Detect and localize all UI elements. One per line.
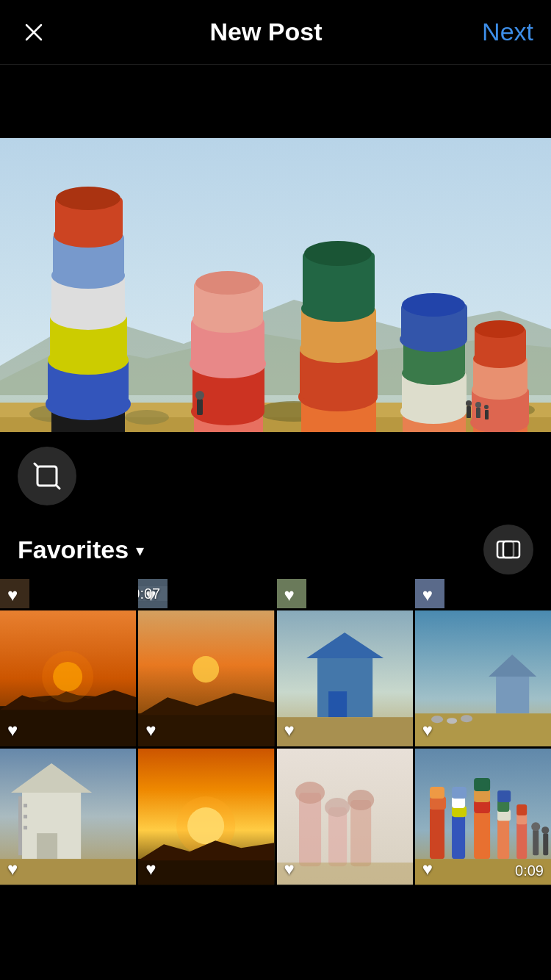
svg-point-101	[461, 715, 472, 722]
svg-point-100	[447, 718, 457, 724]
svg-point-89	[192, 656, 219, 682]
svg-point-68	[484, 405, 489, 409]
duration-badge: 0:07	[138, 586, 160, 602]
svg-rect-128	[452, 815, 465, 859]
grid-item[interactable]: ♥	[277, 749, 413, 884]
header: New Post Next	[0, 0, 551, 65]
svg-rect-67	[485, 410, 489, 419]
page-title: New Post	[210, 18, 323, 46]
svg-rect-142	[516, 804, 527, 815]
close-button[interactable]	[18, 16, 50, 48]
svg-rect-106	[0, 859, 136, 884]
heart-icon: ♥	[284, 859, 295, 879]
gallery-grid: ♥ ♥ 0:07 ♥ ♥	[0, 579, 551, 885]
heart-icon: ♥	[284, 720, 295, 741]
heart-icon: ♥	[145, 859, 156, 879]
grid-item[interactable]: ♥	[138, 749, 274, 884]
next-button[interactable]: Next	[482, 18, 533, 46]
svg-point-85	[42, 651, 93, 702]
svg-rect-61	[197, 399, 203, 415]
preview-area	[0, 65, 551, 520]
album-selector[interactable]: Favorites ▾	[18, 536, 144, 564]
svg-point-122	[347, 790, 374, 810]
svg-rect-136	[497, 818, 509, 859]
svg-rect-144	[533, 829, 539, 855]
heart-icon: ♥	[7, 585, 18, 605]
grid-item[interactable]: ♥	[0, 610, 136, 746]
svg-rect-63	[467, 406, 471, 418]
gallery-header: Favorites ▾	[0, 520, 551, 579]
svg-rect-94	[277, 717, 413, 746]
svg-rect-105	[37, 833, 57, 859]
svg-rect-87	[138, 713, 274, 746]
svg-rect-93	[328, 691, 347, 717]
heart-icon: ♥	[145, 720, 156, 741]
svg-point-62	[195, 391, 204, 400]
heart-icon: ♥	[422, 585, 433, 605]
grid-item[interactable]: ♥	[415, 610, 551, 746]
crop-button[interactable]	[18, 447, 76, 505]
heart-icon: ♥	[7, 859, 18, 879]
multi-select-button[interactable]	[483, 525, 533, 574]
svg-point-118	[295, 782, 325, 804]
grid-item[interactable]: ♥	[415, 579, 444, 608]
svg-point-64	[466, 400, 472, 406]
svg-point-99	[431, 716, 443, 723]
duration-badge: 0:09	[515, 862, 544, 879]
svg-rect-108	[24, 804, 27, 807]
svg-rect-135	[474, 778, 490, 791]
svg-rect-125	[430, 807, 444, 859]
svg-point-147	[541, 826, 549, 834]
svg-rect-132	[474, 811, 490, 859]
chevron-down-icon: ▾	[136, 541, 144, 561]
svg-rect-146	[543, 833, 548, 855]
svg-rect-139	[497, 790, 511, 802]
svg-point-33	[195, 271, 260, 295]
grid-item[interactable]: ♥ 0:09	[415, 749, 551, 884]
grid-item[interactable]: ♥	[277, 579, 306, 608]
svg-point-120	[325, 798, 350, 817]
svg-rect-69	[37, 466, 57, 486]
heart-icon: ♥	[7, 720, 18, 741]
heart-icon: ♥	[284, 585, 295, 605]
grid-item[interactable]: ♥	[0, 579, 29, 608]
svg-rect-109	[24, 815, 27, 818]
svg-point-60	[475, 320, 525, 338]
svg-point-66	[475, 402, 481, 408]
svg-rect-82	[0, 706, 136, 746]
controls-bar	[0, 432, 551, 520]
svg-rect-123	[277, 862, 413, 884]
svg-rect-131	[452, 787, 467, 799]
svg-rect-114	[138, 859, 274, 884]
svg-rect-96	[496, 673, 529, 713]
svg-rect-73	[503, 541, 519, 558]
svg-line-71	[57, 486, 60, 489]
grid-item[interactable]: ♥ 0:07	[138, 579, 168, 608]
svg-rect-110	[24, 826, 27, 829]
svg-line-70	[35, 464, 37, 466]
svg-point-51	[402, 293, 465, 317]
grid-item[interactable]: ♥	[0, 749, 136, 884]
svg-rect-127	[430, 787, 444, 799]
svg-point-8	[125, 410, 169, 425]
svg-point-42	[304, 241, 372, 266]
svg-point-24	[56, 187, 120, 210]
heart-icon: ♥	[422, 720, 433, 741]
grid-item[interactable]: ♥	[277, 610, 413, 746]
svg-rect-107	[18, 796, 22, 855]
gallery-section: Favorites ▾ ♥ ♥ 0:07	[0, 520, 551, 980]
heart-icon: ♥	[422, 859, 433, 879]
svg-rect-65	[476, 408, 480, 418]
album-name: Favorites	[18, 536, 129, 564]
grid-item[interactable]: ♥	[138, 610, 274, 746]
svg-rect-140	[516, 822, 527, 859]
svg-point-145	[531, 822, 540, 831]
